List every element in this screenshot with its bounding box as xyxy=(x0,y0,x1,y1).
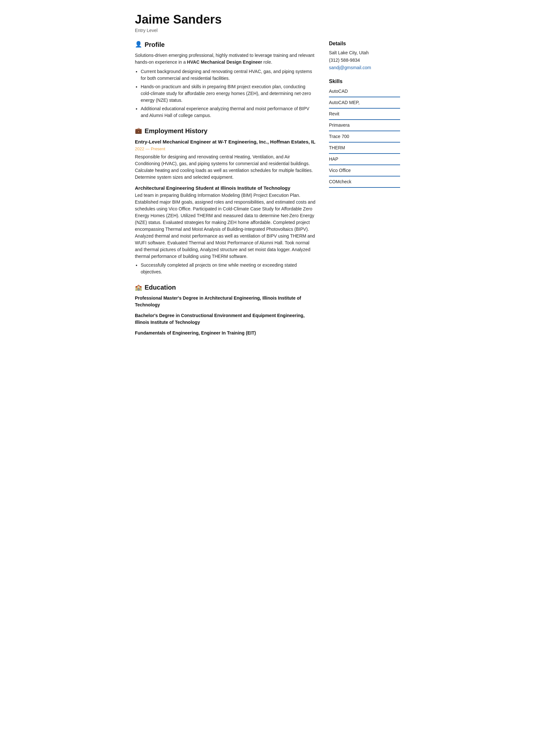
skills-title: Skills xyxy=(329,78,400,85)
details-title: Details xyxy=(329,40,400,47)
details-location: Salt Lake City, Utah xyxy=(329,49,400,56)
edu-item-3: Fundamentals of Engineering, Engineer In… xyxy=(135,330,316,337)
candidate-name: Jaime Sanders xyxy=(135,13,400,26)
skill-1: AutoCAD xyxy=(329,88,400,97)
profile-title: 👤 Profile xyxy=(135,40,316,49)
edu-item-1: Professional Master's Degree in Architec… xyxy=(135,295,316,308)
job-2-bullets: Successfully completed all projects on t… xyxy=(141,262,316,275)
skill-2: AutoCAD MEP, xyxy=(329,99,400,109)
skill-3: Revit xyxy=(329,111,400,120)
edu-item-2: Bachelor's Degree in Constructional Envi… xyxy=(135,312,316,326)
job-2: Architectural Engineering Student at Ill… xyxy=(135,185,316,276)
profile-section: 👤 Profile Solutions-driven emerging prof… xyxy=(135,40,316,119)
profile-role: HVAC Mechanical Design Engineer xyxy=(187,60,262,65)
job-1-title: Entry-Level Mechanical Engineer at W-T E… xyxy=(135,138,316,146)
employment-title: 💼 Employment History xyxy=(135,126,316,136)
employment-section: 💼 Employment History Entry-Level Mechani… xyxy=(135,126,316,276)
profile-intro: Solutions-driven emerging professional, … xyxy=(135,52,316,66)
job-1-desc: Responsible for designing and renovating… xyxy=(135,153,316,181)
profile-icon: 👤 xyxy=(135,40,142,49)
skill-8: Vico Office xyxy=(329,167,400,176)
skill-9: COMcheck xyxy=(329,178,400,188)
skill-5: Trace 700 xyxy=(329,133,400,143)
candidate-level: Entry Level xyxy=(135,27,400,34)
skill-4: Primavera xyxy=(329,122,400,131)
right-column: Details Salt Lake City, Utah (312) 588-9… xyxy=(329,40,400,344)
job-2-bullet-1: Successfully completed all projects on t… xyxy=(141,262,316,275)
skill-6: THERM xyxy=(329,145,400,154)
profile-bullet-1: Current background designing and renovat… xyxy=(141,68,316,82)
education-section: 🏫 Education Professional Master's Degree… xyxy=(135,283,316,337)
profile-bullet-2: Hands-on practicum and skills in prepari… xyxy=(141,83,316,104)
edu-degree-3: Fundamentals of Engineering, Engineer In… xyxy=(135,330,316,337)
skills-section: Skills AutoCAD AutoCAD MEP, Revit Primav… xyxy=(329,78,400,188)
employment-icon: 💼 xyxy=(135,126,142,135)
profile-bullet-3: Additional educational experience analyz… xyxy=(141,105,316,119)
left-column: 👤 Profile Solutions-driven emerging prof… xyxy=(135,40,316,344)
main-layout: 👤 Profile Solutions-driven emerging prof… xyxy=(135,40,400,344)
details-phone: (312) 588-9834 xyxy=(329,57,400,64)
details-section: Details Salt Lake City, Utah (312) 588-9… xyxy=(329,40,400,71)
email-link[interactable]: sandj@gmsmail.com xyxy=(329,65,371,70)
job-2-desc: Led team in preparing Building Informati… xyxy=(135,192,316,260)
job-1: Entry-Level Mechanical Engineer at W-T E… xyxy=(135,138,316,181)
education-icon: 🏫 xyxy=(135,283,142,292)
education-title: 🏫 Education xyxy=(135,283,316,292)
job-1-date: 2022 — Present xyxy=(135,146,316,152)
job-2-title: Architectural Engineering Student at Ill… xyxy=(135,185,316,192)
details-email: sandj@gmsmail.com xyxy=(329,64,400,71)
edu-degree-1: Professional Master's Degree in Architec… xyxy=(135,295,316,308)
edu-degree-2: Bachelor's Degree in Constructional Envi… xyxy=(135,312,316,326)
header: Jaime Sanders Entry Level xyxy=(135,13,400,34)
profile-bullets: Current background designing and renovat… xyxy=(141,68,316,119)
resume-page: Jaime Sanders Entry Level 👤 Profile Solu… xyxy=(122,0,413,357)
skill-7: HAP xyxy=(329,156,400,165)
